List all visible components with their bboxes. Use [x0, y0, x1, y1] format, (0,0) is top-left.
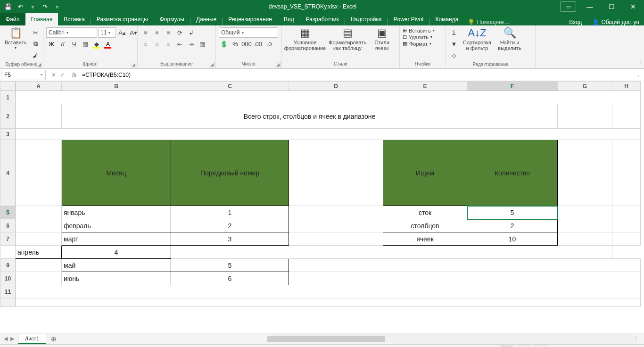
- worksheet-grid[interactable]: 8 A B C D E F G H 1 2Всего строк, столбц…: [0, 81, 644, 333]
- copy-icon[interactable]: ⧉: [31, 39, 41, 49]
- sort-filter-button[interactable]: A↓ZСортировка и фильтр: [460, 26, 494, 52]
- col-header[interactable]: F: [467, 82, 558, 91]
- col-header[interactable]: C: [171, 82, 289, 91]
- select-all-corner[interactable]: [0, 82, 16, 91]
- sheet-tab[interactable]: Лист1: [18, 334, 46, 344]
- name-box[interactable]: F5▾: [1, 70, 46, 80]
- wrap-text-icon[interactable]: ↲: [186, 27, 196, 38]
- redo-icon[interactable]: ↷: [40, 1, 50, 12]
- align-center-icon[interactable]: ≡: [152, 39, 162, 49]
- add-sheet-button[interactable]: ⊕: [46, 335, 61, 343]
- indent-decrease-icon[interactable]: ⇤: [174, 39, 185, 49]
- table-cell[interactable]: 4: [62, 246, 171, 259]
- tab-powerpivot[interactable]: Power Pivot: [388, 13, 429, 25]
- expand-formula-bar-icon[interactable]: ⌄: [633, 72, 644, 77]
- autosum-icon[interactable]: Σ: [449, 27, 459, 38]
- row-header[interactable]: 10: [0, 272, 16, 285]
- increase-decimal-icon[interactable]: .00: [253, 39, 263, 49]
- clipboard-launcher[interactable]: ◢: [36, 62, 42, 67]
- table-cell[interactable]: январь: [62, 206, 171, 219]
- conditional-formatting-button[interactable]: ▦Условное форматирование: [284, 26, 326, 52]
- insert-cells-button[interactable]: ⊞Вставить▾: [403, 27, 435, 33]
- row-header[interactable]: 5: [0, 206, 16, 219]
- number-launcher[interactable]: ◢: [275, 62, 281, 67]
- share-button[interactable]: 👤Общий доступ: [587, 19, 644, 25]
- fx-icon[interactable]: fx: [69, 72, 79, 78]
- formula-input[interactable]: =СТРОКА(B5:C10): [79, 72, 633, 78]
- row-header[interactable]: 3: [0, 129, 16, 140]
- tab-home[interactable]: Главная: [25, 13, 58, 25]
- active-cell[interactable]: 5: [467, 206, 558, 219]
- font-size-combo[interactable]: 11▾: [98, 27, 116, 38]
- italic-button[interactable]: К: [58, 39, 68, 49]
- close-button[interactable]: ✕: [622, 0, 644, 13]
- font-name-combo[interactable]: Calibri▾: [46, 27, 97, 38]
- increase-font-icon[interactable]: A▴: [117, 27, 127, 38]
- table-cell[interactable]: 2: [171, 219, 289, 232]
- paste-button[interactable]: 📋 Вставить ▾: [2, 26, 30, 51]
- cancel-formula-icon[interactable]: ✕: [51, 72, 56, 78]
- row-header[interactable]: 7: [0, 232, 16, 246]
- ribbon-options-icon[interactable]: ▭: [560, 1, 576, 12]
- row-header[interactable]: 1: [0, 91, 16, 104]
- row-header[interactable]: [0, 298, 16, 307]
- cell-styles-button[interactable]: ▣Стили ячеек: [369, 26, 395, 52]
- format-painter-icon[interactable]: 🖌: [31, 50, 41, 60]
- col-header[interactable]: H: [612, 82, 641, 91]
- align-left-icon[interactable]: ≡: [140, 39, 151, 49]
- page-break-view-icon[interactable]: ▥: [535, 346, 546, 347]
- col-header[interactable]: G: [558, 82, 612, 91]
- table-cell[interactable]: сток: [383, 206, 467, 219]
- qat-menu-icon[interactable]: ▾: [52, 1, 62, 12]
- row-header[interactable]: 9: [0, 259, 16, 272]
- row-header[interactable]: 6: [0, 219, 16, 232]
- horizontal-scrollbar[interactable]: [267, 336, 636, 342]
- table-cell[interactable]: июнь: [62, 272, 171, 285]
- row-header[interactable]: 2: [0, 104, 16, 129]
- save-icon[interactable]: 💾: [3, 1, 13, 12]
- align-top-icon[interactable]: ≡: [140, 27, 151, 38]
- col-header[interactable]: D: [289, 82, 383, 91]
- align-right-icon[interactable]: ≡: [163, 39, 173, 49]
- table-cell[interactable]: март: [62, 232, 171, 246]
- fill-icon[interactable]: ▼: [449, 39, 459, 49]
- page-layout-view-icon[interactable]: ▤: [518, 346, 529, 347]
- font-launcher[interactable]: ◢: [131, 62, 136, 67]
- login-link[interactable]: Вход: [563, 19, 587, 25]
- minimize-button[interactable]: —: [579, 0, 601, 13]
- indent-increase-icon[interactable]: ⇥: [186, 39, 196, 49]
- table-cell[interactable]: февраль: [62, 219, 171, 232]
- percent-icon[interactable]: %: [230, 39, 240, 49]
- orientation-icon[interactable]: ⟳: [174, 27, 185, 38]
- align-bottom-icon[interactable]: ≡: [163, 27, 173, 38]
- merge-icon[interactable]: ▦: [197, 39, 207, 49]
- tab-layout[interactable]: Разметка страницы: [91, 13, 154, 25]
- col-header[interactable]: B: [62, 82, 171, 91]
- format-as-table-button[interactable]: ▤Форматировать как таблицу: [326, 26, 369, 52]
- row-header[interactable]: 11: [0, 285, 16, 298]
- table-cell[interactable]: 3: [171, 232, 289, 246]
- cut-icon[interactable]: ✂: [31, 27, 41, 38]
- align-middle-icon[interactable]: ≡: [152, 27, 162, 38]
- comma-icon[interactable]: 000: [241, 39, 252, 49]
- sheet-next-icon[interactable]: ▶: [10, 336, 14, 342]
- normal-view-icon[interactable]: ▦: [501, 346, 512, 347]
- tell-me-input[interactable]: 💡 Помощник...: [464, 19, 513, 25]
- table-cell[interactable]: апрель: [16, 246, 62, 259]
- number-format-combo[interactable]: Общий▾: [219, 27, 278, 38]
- col-header[interactable]: A: [16, 82, 62, 91]
- tab-addins[interactable]: Надстройки: [345, 13, 388, 25]
- tab-file[interactable]: Файл: [0, 13, 25, 25]
- underline-button[interactable]: Ч: [69, 39, 79, 49]
- table-cell[interactable]: 5: [171, 259, 289, 272]
- col-header[interactable]: E: [383, 82, 467, 91]
- tab-developer[interactable]: Разработчик: [300, 13, 345, 25]
- tab-data[interactable]: Данные: [190, 13, 222, 25]
- table-cell[interactable]: 2: [467, 219, 558, 232]
- tab-view[interactable]: Вид: [278, 13, 300, 25]
- table-cell[interactable]: 10: [467, 232, 558, 246]
- table-cell[interactable]: 1: [171, 206, 289, 219]
- decrease-decimal-icon[interactable]: .0: [264, 39, 274, 49]
- delete-cells-button[interactable]: ⊟Удалить▾: [403, 34, 435, 40]
- table-cell[interactable]: столбцов: [383, 219, 467, 232]
